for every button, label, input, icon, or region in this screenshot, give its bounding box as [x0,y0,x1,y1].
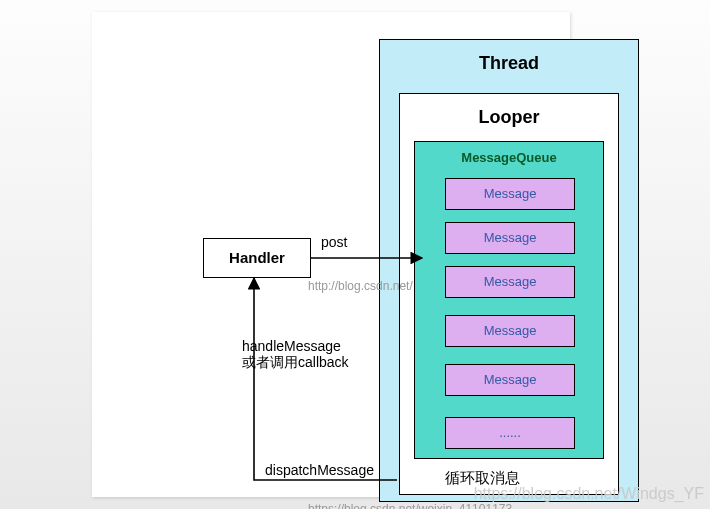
arrow-layer [92,12,570,509]
page-watermark: https://blog.csdn.net/Windgs_YF [474,485,704,503]
diagram-stage: Thread Looper MessageQueue Message Messa… [92,12,570,497]
arrow-dispatch [254,278,397,480]
